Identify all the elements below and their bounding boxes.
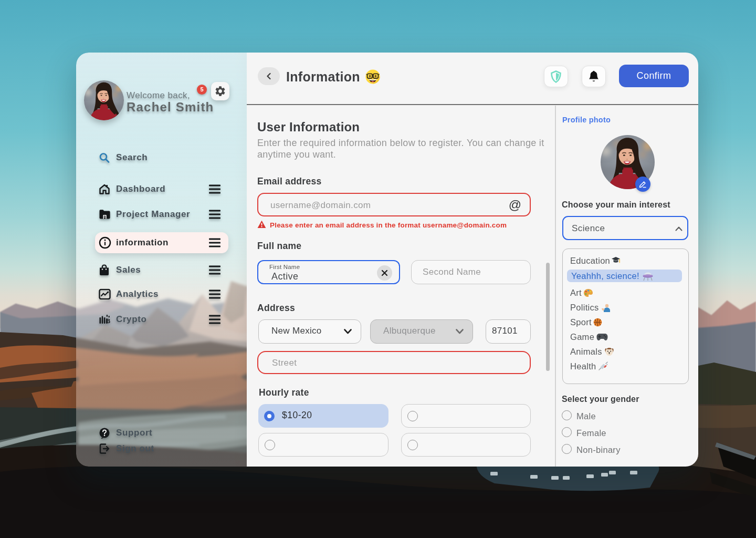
svg-text:B: B bbox=[106, 318, 110, 324]
